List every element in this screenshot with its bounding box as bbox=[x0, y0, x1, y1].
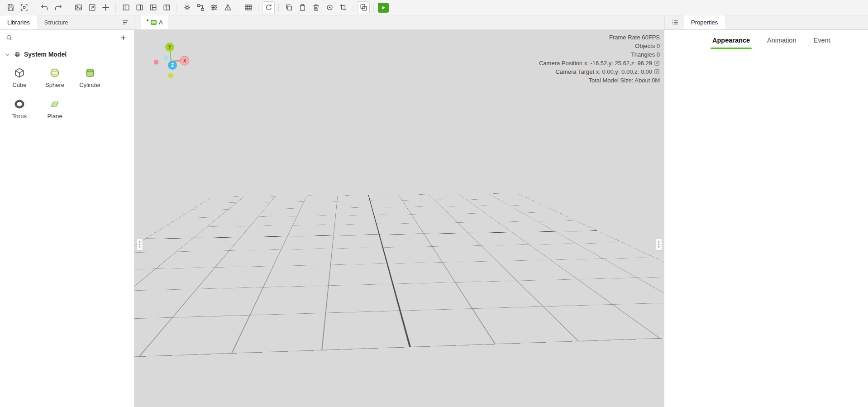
image-button[interactable] bbox=[72, 1, 85, 14]
rotate-button[interactable] bbox=[262, 1, 275, 14]
stat-camera-target: Camera Target x: 0.00,y: 0.00,z: 0.00 bbox=[555, 67, 652, 76]
library-item-label: Cube bbox=[12, 81, 26, 88]
move-icon bbox=[101, 3, 110, 12]
layout-left-button[interactable] bbox=[119, 1, 132, 14]
toolbar-separator bbox=[176, 4, 177, 12]
library-item-torus[interactable]: Torus bbox=[2, 96, 37, 121]
edit-icon bbox=[654, 69, 660, 75]
prism-button[interactable] bbox=[221, 1, 234, 14]
component-icon bbox=[359, 3, 368, 12]
tab-structure[interactable]: Structure bbox=[37, 15, 76, 29]
toolbar-separator bbox=[258, 4, 258, 12]
globe-icon bbox=[14, 51, 21, 58]
layout-book-icon bbox=[162, 3, 171, 12]
component-button[interactable] bbox=[357, 1, 370, 14]
layout-book-button[interactable] bbox=[160, 1, 173, 14]
copy-button[interactable] bbox=[282, 1, 295, 14]
axis-z-ball: Z bbox=[168, 61, 177, 70]
table-button[interactable] bbox=[242, 1, 254, 14]
main-toolbar bbox=[0, 0, 868, 15]
properties-body bbox=[664, 51, 868, 407]
library-item-cylinder[interactable]: Cylinder bbox=[72, 65, 108, 90]
axis-y-ball: Y bbox=[165, 43, 174, 52]
tab-libraries-label: Libraries bbox=[7, 19, 30, 26]
tab-event[interactable]: Event bbox=[814, 30, 830, 51]
library-item-label: Torus bbox=[12, 113, 27, 120]
export-icon bbox=[88, 3, 96, 12]
paste-button[interactable] bbox=[296, 1, 309, 14]
tab-animation[interactable]: Animation bbox=[767, 30, 796, 51]
add-library-button[interactable] bbox=[118, 32, 129, 43]
library-search-row bbox=[0, 30, 134, 45]
library-item-cube[interactable]: Cube bbox=[2, 65, 37, 90]
play-button[interactable] bbox=[378, 3, 389, 13]
export-button[interactable] bbox=[86, 1, 98, 14]
list-menu-icon bbox=[671, 19, 679, 26]
torus-icon bbox=[14, 98, 25, 110]
edit-camera-position-button[interactable] bbox=[654, 60, 660, 66]
tab-animation-label: Animation bbox=[767, 37, 796, 44]
axis-gizmo[interactable]: Y X Z bbox=[146, 36, 200, 84]
tree-node-system-model[interactable]: System Model bbox=[0, 48, 134, 61]
axis-neg-y-dot bbox=[168, 73, 173, 78]
library-search-input[interactable] bbox=[17, 34, 114, 41]
redo-button[interactable] bbox=[52, 1, 64, 14]
main-content: System Model Cube Sphere Cylinder Torus bbox=[0, 30, 868, 407]
grid-axis-line-v bbox=[368, 195, 410, 347]
stat-model-size: Total Model Size: About 0M bbox=[588, 76, 660, 85]
redo-icon bbox=[54, 3, 62, 12]
scene-viewport[interactable]: Y X Z Frame Rate 60FPS Objects 0 Triangl… bbox=[134, 30, 664, 407]
prism-icon bbox=[224, 3, 232, 12]
sphere-icon bbox=[49, 67, 61, 79]
save-button[interactable] bbox=[4, 1, 17, 14]
grip-dots-icon bbox=[139, 241, 141, 248]
cylinder-icon bbox=[84, 67, 96, 79]
properties-sub-tabs: Appearance Animation Event bbox=[664, 30, 868, 51]
delete-button[interactable] bbox=[310, 1, 322, 14]
toolbar-separator bbox=[373, 4, 374, 12]
tab-libraries[interactable]: Libraries bbox=[0, 15, 37, 29]
grip-dots-icon bbox=[658, 241, 660, 248]
svg-text:X: X bbox=[183, 58, 186, 63]
undo-button[interactable] bbox=[38, 1, 51, 14]
record-button[interactable] bbox=[323, 1, 336, 14]
crop-icon bbox=[339, 3, 348, 12]
plane-icon bbox=[49, 98, 61, 110]
move-button[interactable] bbox=[99, 1, 112, 14]
collapse-right-panel-handle[interactable] bbox=[656, 238, 662, 251]
stat-camera-position: Camera Position x: -16.52,y: 25.62,z: 96… bbox=[539, 59, 652, 67]
collapse-left-panel-handle[interactable] bbox=[137, 238, 143, 251]
rotate-icon bbox=[264, 3, 273, 12]
search-icon bbox=[5, 34, 13, 42]
tab-structure-label: Structure bbox=[44, 19, 68, 26]
play-icon bbox=[380, 5, 386, 11]
properties-menu-button[interactable] bbox=[669, 17, 680, 28]
tab-properties[interactable]: Properties bbox=[684, 15, 725, 29]
panel-sort-menu-button[interactable] bbox=[120, 18, 130, 28]
tab-appearance-label: Appearance bbox=[712, 37, 750, 44]
toolbar-separator bbox=[278, 4, 279, 12]
cube-icon bbox=[14, 67, 25, 79]
properties-panel: Appearance Animation Event bbox=[664, 30, 868, 407]
smart-capture-icon bbox=[20, 3, 29, 12]
node-graph-button[interactable] bbox=[194, 1, 207, 14]
layout-right-button[interactable] bbox=[133, 1, 146, 14]
trash-icon bbox=[312, 3, 320, 12]
library-item-sphere[interactable]: Sphere bbox=[37, 65, 72, 90]
sliders-button[interactable] bbox=[208, 1, 220, 14]
layout-left-icon bbox=[122, 3, 130, 12]
crop-button[interactable] bbox=[337, 1, 349, 14]
scene-tab-a[interactable]: A bbox=[141, 15, 168, 29]
layout-split-button[interactable] bbox=[147, 1, 159, 14]
table-icon bbox=[244, 3, 253, 12]
axis-neg-z-dot bbox=[164, 56, 169, 61]
smart-capture-button[interactable] bbox=[18, 1, 30, 14]
plus-icon bbox=[119, 34, 127, 42]
tab-properties-label: Properties bbox=[691, 19, 718, 26]
library-item-plane[interactable]: Plane bbox=[37, 96, 72, 121]
sliders-icon bbox=[210, 3, 219, 12]
tab-appearance[interactable]: Appearance bbox=[712, 30, 750, 51]
gear-button[interactable] bbox=[181, 1, 193, 14]
edit-camera-target-button[interactable] bbox=[654, 69, 660, 75]
copy-icon bbox=[285, 3, 293, 12]
